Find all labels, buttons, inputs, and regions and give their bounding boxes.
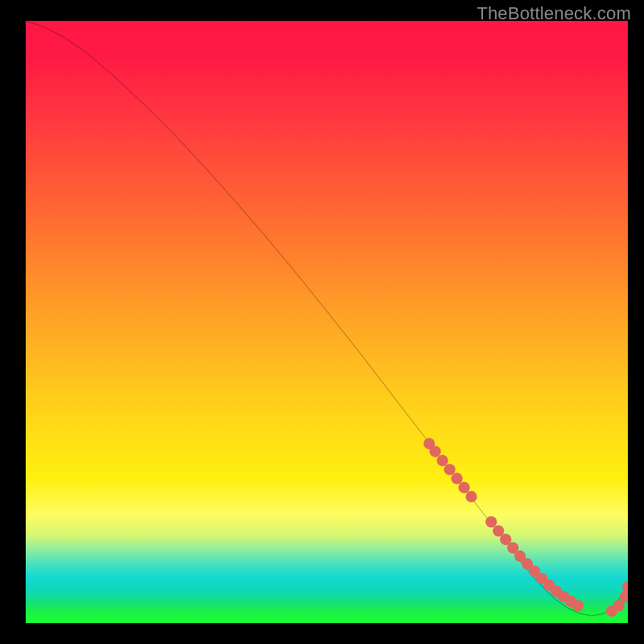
data-dot <box>451 473 462 484</box>
curve-line <box>26 21 628 616</box>
data-dot <box>437 455 448 466</box>
data-dot <box>458 482 469 493</box>
data-dot <box>430 446 441 457</box>
data-dot <box>465 491 477 502</box>
data-dot <box>572 600 584 611</box>
data-dot <box>622 581 628 592</box>
data-dots <box>423 438 628 617</box>
data-dot <box>444 464 455 475</box>
data-dot <box>485 516 497 527</box>
chart-svg <box>26 21 628 623</box>
plot-area <box>26 21 628 623</box>
chart-stage: TheBottleneck.com <box>0 0 644 644</box>
